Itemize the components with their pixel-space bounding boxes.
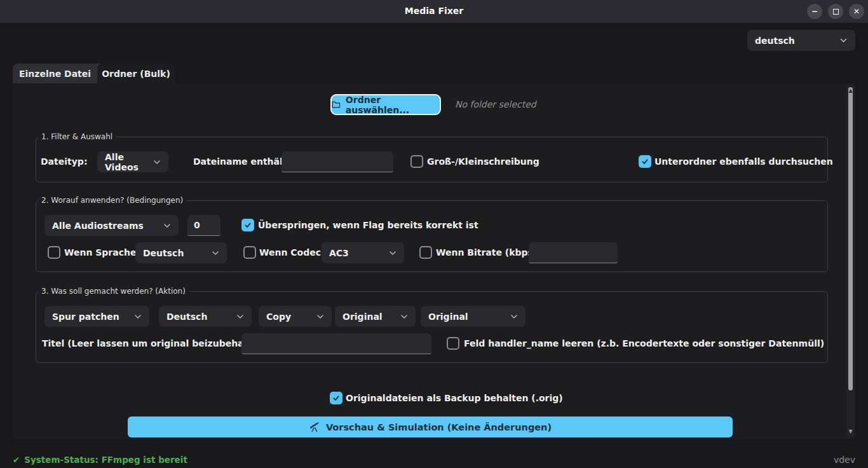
chevron-down-icon — [389, 251, 397, 256]
maximize-icon — [833, 9, 839, 15]
filetype-dropdown-value: Alle Videos — [105, 152, 148, 172]
chevron-down-icon — [839, 38, 848, 43]
skip-if-correct-checkbox[interactable] — [241, 219, 254, 231]
app-window: Media Fixer − ✕ deutsch Einzelne Datei O… — [0, 0, 868, 468]
if-language-label: Wenn Sprache: — [64, 247, 140, 258]
if-bitrate-input[interactable] — [529, 242, 618, 263]
tab-einzelne-datei[interactable]: Einzelne Datei — [13, 64, 97, 83]
check-icon — [332, 394, 340, 402]
system-status: ✔ System-Status: FFmpeg ist bereit — [13, 455, 187, 465]
case-sensitive-label: Groß-/Kleinschreibung — [427, 156, 539, 167]
backup-label: Originaldateien als Backup behalten (.or… — [346, 393, 563, 403]
chevron-down-icon — [400, 314, 408, 319]
choose-folder-label: Ordner auswählen... — [346, 95, 440, 115]
chevron-down-icon — [153, 160, 161, 165]
stream-index-input[interactable] — [187, 215, 220, 236]
chevron-down-icon — [163, 223, 171, 228]
title-input[interactable] — [241, 333, 431, 354]
section-action — [36, 291, 828, 363]
window-title: Media Fixer — [0, 6, 868, 16]
backup-checkbox[interactable] — [330, 392, 342, 404]
action-codec-value: Copy — [266, 312, 291, 322]
if-language-checkbox[interactable] — [48, 246, 60, 259]
filename-label: Dateiname enthält: — [193, 156, 290, 167]
titlebar: Media Fixer − ✕ — [0, 0, 868, 23]
if-language-value: Deutsch — [143, 248, 184, 258]
action-language-dropdown[interactable]: Deutsch — [159, 306, 252, 327]
action-channels-dropdown[interactable]: Original — [421, 306, 526, 327]
filetype-dropdown[interactable]: Alle Videos — [97, 151, 168, 172]
chevron-down-icon — [510, 314, 518, 319]
skip-if-correct-label: Überspringen, wenn Flag bereits korrekt … — [258, 220, 478, 230]
check-icon — [641, 158, 649, 165]
tab-bar: Einzelne Datei Ordner (Bulk) — [13, 64, 175, 83]
filetype-label: Dateityp: — [41, 156, 88, 167]
language-dropdown[interactable]: deutsch — [747, 30, 855, 51]
section-conditions-legend: 2. Worauf anwenden? (Bedingungen) — [38, 196, 186, 205]
tab-label: Ordner (Bulk) — [102, 69, 170, 79]
filename-input[interactable] — [281, 151, 393, 172]
action-bitrate-dropdown[interactable]: Original — [335, 306, 416, 327]
if-bitrate-label: Wenn Bitrate (kbps): — [436, 247, 541, 258]
chevron-down-icon — [236, 314, 244, 319]
preview-simulation-button[interactable]: Vorschau & Simulation (Keine Änderungen) — [128, 416, 733, 437]
action-mode-value: Spur patchen — [52, 312, 119, 322]
if-codec-value: AC3 — [329, 248, 349, 258]
section-action-legend: 3. Was soll gemacht werden? (Aktion) — [38, 287, 189, 296]
action-channels-value: Original — [428, 312, 468, 322]
folder-icon — [332, 100, 341, 109]
scrollbar-down-icon[interactable]: ▼ — [846, 429, 855, 435]
if-codec-dropdown[interactable]: AC3 — [322, 242, 404, 263]
case-sensitive-checkbox[interactable] — [410, 155, 423, 168]
subfolder-label: Unterordner ebenfalls durchsuchen — [654, 156, 833, 167]
if-language-dropdown[interactable]: Deutsch — [135, 242, 227, 263]
check-icon — [244, 221, 252, 229]
stream-target-value: Alle Audiostreams — [52, 221, 144, 231]
handler-name-checkbox[interactable] — [447, 337, 459, 350]
choose-folder-button[interactable]: Ordner auswählen... — [330, 94, 441, 115]
tab-label: Einzelne Datei — [19, 69, 91, 79]
status-check-icon: ✔ — [13, 455, 20, 465]
version-label: vdev — [834, 455, 855, 465]
action-language-value: Deutsch — [166, 312, 207, 322]
stream-target-dropdown[interactable]: Alle Audiostreams — [44, 215, 179, 236]
action-mode-dropdown[interactable]: Spur patchen — [44, 306, 149, 327]
language-dropdown-value: deutsch — [755, 36, 795, 46]
chevron-down-icon — [316, 314, 324, 319]
close-icon: ✕ — [853, 8, 860, 15]
scrollbar-thumb[interactable] — [848, 87, 853, 390]
preview-simulation-label: Vorschau & Simulation (Keine Änderungen) — [326, 422, 552, 432]
if-codec-checkbox[interactable] — [243, 246, 256, 259]
close-button[interactable]: ✕ — [849, 4, 864, 19]
folder-status-text: No folder selected — [455, 99, 536, 109]
tab-ordner-bulk[interactable]: Ordner (Bulk) — [97, 64, 175, 83]
chevron-down-icon — [134, 314, 142, 319]
minimize-button[interactable]: − — [807, 4, 822, 19]
title-field-label: Titel (Leer lassen um original beizubeha… — [42, 338, 268, 348]
telescope-icon — [309, 422, 320, 433]
if-bitrate-checkbox[interactable] — [419, 246, 432, 259]
section-filter-legend: 1. Filter & Auswahl — [38, 132, 116, 141]
chevron-down-icon — [212, 251, 219, 256]
subfolder-checkbox[interactable] — [639, 155, 651, 168]
maximize-button[interactable] — [828, 4, 843, 19]
status-text: System-Status: FFmpeg ist bereit — [24, 455, 187, 465]
action-bitrate-value: Original — [342, 312, 383, 322]
handler-name-label: Feld handler_name leeren (z.b. Encoderte… — [464, 338, 824, 348]
scrollbar-up-icon[interactable]: ▲ — [846, 88, 855, 94]
action-codec-dropdown[interactable]: Copy — [259, 306, 332, 327]
if-codec-label: Wenn Codec: — [259, 247, 325, 258]
minimize-icon: − — [811, 8, 818, 15]
